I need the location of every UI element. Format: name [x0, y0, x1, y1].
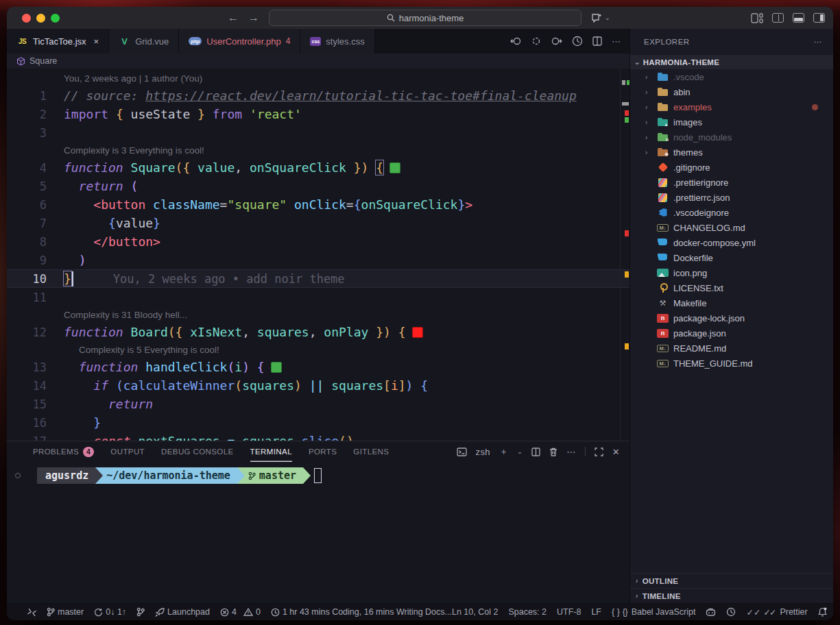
tree-item-examples[interactable]: ›examples [630, 99, 833, 114]
tree-item-changelog[interactable]: M↓CHANGELOG.md [630, 220, 833, 235]
close-window-button[interactable] [22, 14, 31, 23]
code-line-14[interactable]: 14 if (calculateWinner(squares) || squar… [7, 376, 629, 395]
code-line-9[interactable]: 9 ) [7, 251, 629, 269]
new-terminal-icon[interactable]: ＋ [499, 445, 508, 458]
code-line-16[interactable]: 16 } [7, 413, 629, 432]
panel-tab-output[interactable]: OUTPUT [110, 441, 145, 462]
code-line-10[interactable]: 10}You, 2 weeks ago • add noir theme [7, 269, 629, 288]
tree-item-package-lock[interactable]: npackage-lock.json [630, 310, 833, 326]
tree-item-vscodeignore[interactable]: .vscodeignore [630, 205, 833, 220]
sync-status[interactable]: 0↓ 1↑ [94, 607, 126, 617]
explorer-more-icon[interactable]: ⋯ [814, 37, 822, 47]
toggle-panel-icon[interactable] [793, 13, 804, 23]
codelens[interactable]: Complexity is 31 Bloody hell... [7, 306, 629, 323]
maximize-panel-icon[interactable] [595, 448, 603, 456]
code-line-5[interactable]: 5 return ( [7, 177, 629, 195]
outline-section[interactable]: › OUTLINE [630, 573, 833, 588]
tab-styles-css[interactable]: cssstyles.css [300, 29, 374, 53]
minimize-window-button[interactable] [36, 14, 45, 23]
tree-item-node-modules[interactable]: ›nnode_modules [630, 130, 833, 145]
panel-tab-ports[interactable]: PORTS [309, 441, 337, 462]
toggle-primary-sidebar-icon[interactable] [772, 13, 784, 23]
code-line-17[interactable]: 17 const nextSquares = squares.slice() [7, 432, 629, 441]
tab-grid-vue[interactable]: VGrid.vue [109, 29, 179, 53]
nav-back-icon[interactable]: ← [228, 12, 239, 24]
prettier-status[interactable]: ✓✓✓✓Prettier [746, 607, 807, 617]
code-line-1[interactable]: 1// source: https://react.dev/learn/tuto… [7, 86, 629, 105]
tree-item-readme[interactable]: M↓README.md [630, 341, 833, 356]
codelens[interactable]: You, 2 weeks ago | 1 author (You) [7, 70, 629, 86]
breadcrumb-item[interactable]: Square [29, 56, 57, 66]
terminal[interactable]: agusrdz~/dev/harmonia-thememaster [7, 462, 629, 484]
zoom-window-button[interactable] [51, 14, 60, 23]
run-code-icon[interactable] [572, 36, 583, 47]
code-line-6[interactable]: 6 <button className="square" onClick={on… [7, 195, 629, 214]
panel-tab-gitlens[interactable]: GITLENS [353, 441, 389, 462]
panel-more-icon[interactable]: ⋯ [566, 447, 575, 457]
toggle-secondary-sidebar-icon[interactable] [813, 13, 825, 23]
split-terminal-icon[interactable] [531, 448, 540, 456]
gitlens-next-icon[interactable] [551, 36, 562, 46]
code-line-13[interactable]: 13 function handleClick(i) { [7, 358, 629, 376]
code-line-12[interactable]: 12function Board({ xIsNext, squares, onP… [7, 323, 629, 341]
branch-status[interactable]: master [47, 607, 84, 617]
encoding[interactable]: UTF-8 [557, 607, 581, 617]
notifications[interactable] [818, 607, 827, 617]
code-line-3[interactable]: 3 [7, 123, 629, 142]
more-actions-icon[interactable]: ⋯ [612, 36, 621, 47]
close-tab-icon[interactable]: × [94, 36, 99, 47]
tree-item-dockerfile[interactable]: Dockerfile [630, 250, 833, 265]
timeline-section[interactable]: › TIMELINE [630, 588, 833, 603]
tree-item-package-json[interactable]: npackage.json [630, 326, 833, 341]
tree-item-docker-compose[interactable]: docker-compose.yml [630, 235, 833, 250]
split-editor-icon[interactable] [592, 36, 602, 46]
panel-tab-debug[interactable]: DEBUG CONSOLE [161, 441, 234, 462]
gitlens-current-icon[interactable] [531, 36, 541, 46]
tree-root-harmonia-theme[interactable]: ⌄ HARMONIA-THEME [630, 55, 833, 69]
command-center-search[interactable]: harmonia-theme [269, 10, 581, 26]
kill-terminal-icon[interactable] [549, 448, 557, 456]
tree-item-gitignore[interactable]: .gitignore [630, 160, 833, 175]
tree-item-prettierrc[interactable]: .prettierrc.json [630, 190, 833, 205]
tree-item-license[interactable]: LICENSE.txt [630, 280, 833, 295]
wakatime[interactable]: 1 hr 43 mins Coding, 16 mins Writing Doc… [271, 607, 452, 617]
indentation[interactable]: Spaces: 2 [508, 607, 547, 617]
terminal-dropdown-icon[interactable]: ⌄ [517, 448, 523, 455]
nav-forward-icon[interactable]: → [248, 12, 259, 24]
problems-status[interactable]: 40 [220, 607, 261, 617]
tree-item-makefile[interactable]: ⚒Makefile [630, 295, 833, 310]
code-line-11[interactable]: 11 [7, 288, 629, 306]
tree-item-vscode-folder[interactable]: ›.vscode [630, 69, 833, 84]
tab-usercontroller-php[interactable]: phpUserController.php4 [179, 29, 300, 53]
code-line-8[interactable]: 8 </button> [7, 232, 629, 251]
panel-tab-problems[interactable]: PROBLEMS4 [33, 441, 94, 462]
code-line-2[interactable]: 2import { useState } from 'react' [7, 105, 629, 123]
remote-indicator[interactable] [27, 609, 36, 616]
editor[interactable]: You, 2 weeks ago | 1 author (You)1// sou… [7, 69, 629, 441]
code-line-4[interactable]: 4function Square({ value, onSquareClick … [7, 158, 629, 177]
codelens[interactable]: Complexity is 5 Everything is cool! [7, 341, 629, 358]
close-panel-icon[interactable]: ✕ [612, 447, 620, 457]
panel-tab-terminal[interactable]: TERMINAL [250, 441, 292, 462]
tree-item-abin[interactable]: ›abin [630, 84, 833, 99]
tree-item-theme-guide[interactable]: M↓THEME_GUIDE.md [630, 356, 833, 371]
tree-item-prettierignore[interactable]: .prettierignore [630, 175, 833, 190]
tree-item-themes[interactable]: ›◈themes [630, 145, 833, 160]
copilot-chat-button[interactable]: ⌄ [591, 13, 610, 23]
tree-item-icon-png[interactable]: icon.png [630, 265, 833, 280]
customize-layout-icon[interactable] [751, 13, 763, 23]
eol[interactable]: LF [591, 607, 601, 617]
code-line-7[interactable]: 7 {value} [7, 214, 629, 232]
run-status[interactable] [726, 607, 736, 617]
copilot-status[interactable] [706, 608, 716, 617]
gitlens-compare[interactable] [136, 607, 145, 617]
tab-tictactoe-jsx[interactable]: JSTicTacToe.jsx× [7, 29, 109, 53]
tree-item-images[interactable]: ›▲images [630, 114, 833, 130]
codelens[interactable]: Complexity is 3 Everything is cool! [7, 142, 629, 158]
launchpad[interactable]: Launchpad [155, 607, 210, 617]
cursor-position[interactable]: Ln 10, Col 2 [452, 607, 498, 617]
code-line-15[interactable]: 15 return [7, 395, 629, 413]
language-mode[interactable]: { }{ }Babel JavaScript [612, 607, 695, 617]
gitlens-prev-icon[interactable] [510, 36, 522, 46]
shell-label[interactable]: zsh [476, 447, 490, 457]
